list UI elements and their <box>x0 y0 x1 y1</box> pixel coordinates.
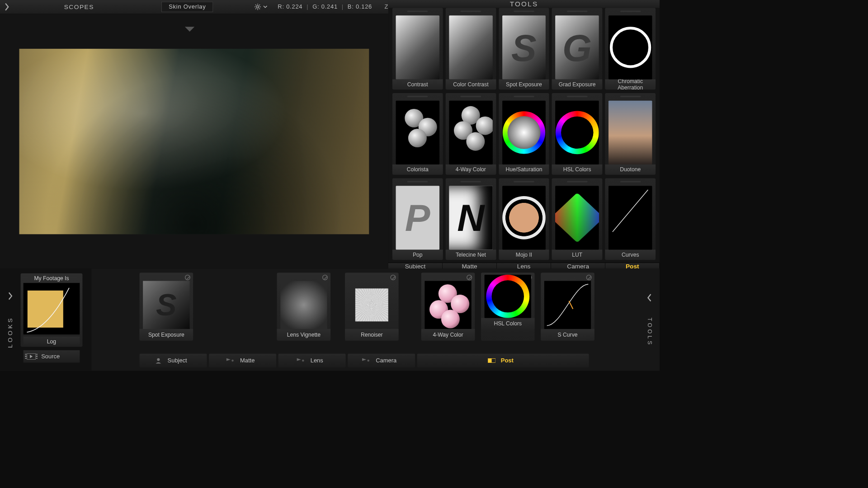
tool-label: Contrast <box>392 80 443 90</box>
pipeline-tab-label: Subject <box>168 357 187 364</box>
tool-thumb <box>396 15 439 79</box>
rgb-readout: R: 0.224 | G: 0.241 | B: 0.126 <box>278 4 374 10</box>
drag-handle-icon[interactable] <box>605 9 656 14</box>
tool-card-grad-exposure[interactable]: GGrad Exposure <box>552 8 603 89</box>
drag-handle-icon[interactable] <box>392 9 443 14</box>
source-button[interactable]: Source <box>24 350 80 362</box>
tool-card-telecine-net[interactable]: NTelecine Net <box>446 178 496 260</box>
pipeline-card-hsl-colors[interactable]: HSL Colors <box>481 272 535 340</box>
tool-label: Curves <box>605 250 656 260</box>
drag-handle-icon[interactable] <box>446 179 496 183</box>
tool-card-4-way-color[interactable]: 4-Way Color <box>446 93 496 175</box>
drag-handle-icon[interactable] <box>552 179 603 183</box>
tool-thumb: P <box>396 186 439 249</box>
overlay-dropdown[interactable]: Skin Overlay <box>161 2 213 12</box>
tool-thumb <box>609 186 652 249</box>
pipeline-card-label: S Curve <box>541 329 594 341</box>
tool-thumb <box>555 101 599 164</box>
flag-icon <box>361 357 370 364</box>
drag-handle-icon[interactable] <box>605 179 656 183</box>
pipeline-card-4-way-color[interactable]: 4-Way Color <box>421 272 475 340</box>
disable-icon[interactable] <box>586 275 592 280</box>
gear-icon <box>255 4 261 10</box>
pipeline-card-renoiser[interactable]: Renoiser <box>345 272 399 340</box>
pipeline-card-spot-exposure[interactable]: SSpot Exposure <box>140 272 193 340</box>
overlay-arrow-icon <box>185 27 194 32</box>
tool-label: Chromatic Aberration <box>605 80 656 90</box>
drag-handle-icon[interactable] <box>552 94 603 99</box>
svg-rect-16 <box>488 358 491 362</box>
pipeline-tab-lens[interactable]: Lens <box>278 354 346 367</box>
disable-icon[interactable] <box>185 275 190 280</box>
tool-card-curves[interactable]: Curves <box>605 178 656 260</box>
rgb-b: B: 0.126 <box>348 4 372 10</box>
pipeline-tab-camera[interactable]: Camera <box>348 354 415 367</box>
disable-icon[interactable] <box>390 275 396 280</box>
pipeline-tab-subject[interactable]: Subject <box>140 354 207 367</box>
svg-point-12 <box>231 360 234 362</box>
drag-handle-icon[interactable] <box>446 94 496 99</box>
drag-handle-icon[interactable] <box>446 9 496 14</box>
pipeline-tab-matte[interactable]: Matte <box>209 354 276 367</box>
disable-icon[interactable] <box>467 275 472 280</box>
svg-point-14 <box>367 360 369 362</box>
tool-thumb <box>502 186 546 249</box>
pipeline-tab-post[interactable]: Post <box>417 354 589 367</box>
looks-expand-chevron[interactable] <box>8 291 13 303</box>
footage-card[interactable]: My Footage Is Log <box>21 273 83 347</box>
disable-icon[interactable] <box>322 275 328 280</box>
tool-label: Duotone <box>605 164 656 175</box>
tool-card-colorista[interactable]: Colorista <box>392 93 443 175</box>
tool-label: Grad Exposure <box>552 80 603 90</box>
tool-card-hsl-colors[interactable]: HSL Colors <box>552 93 603 175</box>
tool-thumb <box>609 101 652 164</box>
scopes-expand-chevron[interactable] <box>0 0 14 14</box>
pipeline-card-lens-vignette[interactable]: Lens Vignette <box>277 272 331 340</box>
preview-viewer[interactable] <box>19 49 369 234</box>
tool-label: Colorista <box>392 164 443 175</box>
flag-icon <box>296 357 305 364</box>
drag-handle-icon[interactable] <box>605 94 656 99</box>
drag-handle-icon[interactable] <box>499 9 549 14</box>
drag-handle-icon[interactable] <box>392 94 443 99</box>
tool-thumb <box>449 15 492 79</box>
drag-handle-icon[interactable] <box>499 179 549 183</box>
flag-icon <box>226 357 235 364</box>
tool-card-spot-exposure[interactable]: SSpot Exposure <box>499 8 549 89</box>
tools-panel-title: TOOLS <box>388 0 660 8</box>
svg-line-5 <box>255 5 256 5</box>
tools-rail-label: TOOLS <box>646 318 653 347</box>
settings-gear[interactable] <box>255 4 268 10</box>
tool-card-lut[interactable]: LUT <box>552 178 603 260</box>
pipeline-strip: SSpot ExposureLens VignetteRenoiser4-Way… <box>91 268 639 371</box>
tool-card-contrast[interactable]: Contrast <box>392 8 443 89</box>
tool-thumb <box>449 101 492 164</box>
tool-card-chromatic-aberration[interactable]: Chromatic Aberration <box>605 8 656 89</box>
tool-thumb: G <box>555 15 599 79</box>
svg-point-13 <box>302 360 304 362</box>
tool-label: LUT <box>552 250 603 260</box>
pipeline-card-label: Lens Vignette <box>277 329 331 341</box>
tool-label: Telecine Net <box>446 250 496 260</box>
tool-thumb: N <box>449 186 492 249</box>
tool-label: Color Contrast <box>446 80 496 90</box>
looks-rail: LOOKS <box>0 268 21 371</box>
pipeline-card-label: 4-Way Color <box>421 329 475 341</box>
pipeline-card-s-curve[interactable]: S Curve <box>541 272 594 340</box>
chevron-down-icon <box>263 5 267 8</box>
tools-collapse-chevron[interactable] <box>646 293 652 304</box>
tool-label: 4-Way Color <box>446 164 496 175</box>
tool-card-color-contrast[interactable]: Color Contrast <box>446 8 496 89</box>
tool-thumb: S <box>502 15 546 79</box>
tool-card-mojo-ii[interactable]: Mojo II <box>499 178 549 260</box>
tool-card-duotone[interactable]: Duotone <box>605 93 656 175</box>
drag-handle-icon[interactable] <box>552 9 603 14</box>
tool-card-hue-saturation[interactable]: Hue/Saturation <box>499 93 549 175</box>
drag-handle-icon[interactable] <box>499 94 549 99</box>
tool-label: Hue/Saturation <box>499 164 549 175</box>
svg-point-0 <box>257 6 259 8</box>
tool-card-pop[interactable]: PPop <box>392 178 443 260</box>
footage-title: My Footage Is <box>21 273 83 283</box>
drag-handle-icon[interactable] <box>392 179 443 183</box>
svg-point-11 <box>157 358 160 361</box>
